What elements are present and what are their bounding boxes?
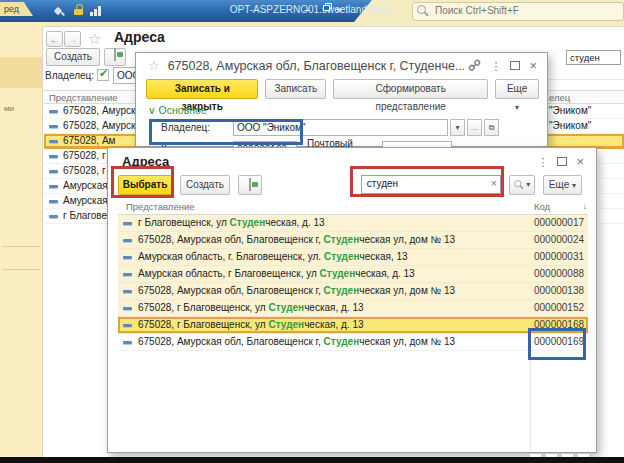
- sidebar-label: ми: [4, 104, 14, 113]
- item-dash-icon: [123, 273, 132, 276]
- copy-button[interactable]: [104, 48, 126, 66]
- row-representation: г Благовещенск, ул Студенческая, д. 13: [138, 217, 325, 228]
- table-row[interactable]: 675028, Амурская обл, Благовещенск г, Ст…: [118, 334, 588, 351]
- item-owner: "Эником": [549, 120, 591, 131]
- item-representation: 675028, Ам: [63, 135, 115, 146]
- copy-button[interactable]: [238, 175, 262, 195]
- more-menu-icon[interactable]: ⋮: [490, 61, 501, 71]
- address-select-dialog: Адреса ⋮ × Выбрать Создать × ▾ Еще ▾ Пре…: [107, 147, 597, 453]
- more-menu-icon[interactable]: ⋮: [537, 157, 548, 167]
- row-representation: 675028, Амурская обл, Благовещенск г, Ст…: [138, 234, 455, 245]
- row-representation: Амурская область, г Благовещенск, ул Сту…: [138, 268, 415, 279]
- more-button[interactable]: Еще ▾: [495, 79, 539, 99]
- save-button[interactable]: Записать: [265, 79, 326, 99]
- sidebar: ми: [0, 22, 42, 457]
- save-close-button[interactable]: Записать и закрыть: [146, 79, 258, 99]
- item-dash-icon: [123, 290, 132, 293]
- chevron-down-icon: ▾: [526, 176, 530, 194]
- owner-filter-checkbox[interactable]: ✔: [97, 69, 109, 81]
- screen: ред OPT-ASPZERNO01.sweetland.local − × м…: [0, 0, 624, 463]
- close-icon[interactable]: ×: [529, 61, 537, 71]
- sort-descending-icon[interactable]: ↓: [583, 201, 588, 211]
- favorite-star-icon[interactable]: ☆: [148, 58, 160, 73]
- table-row[interactable]: Амурская область, г. Благовещенск, ул. С…: [118, 249, 588, 266]
- search-match-highlight: Студен: [324, 285, 360, 296]
- forward-button[interactable]: →: [64, 31, 81, 47]
- item-dash-icon: [49, 215, 58, 218]
- lock-icon: [74, 4, 84, 16]
- check-icon: ✔: [99, 67, 108, 80]
- toolbar-divider: [548, 79, 624, 80]
- screenshot-bottom-edge: [0, 457, 624, 463]
- item-dash-icon: [123, 307, 132, 310]
- row-code: 000000017: [534, 217, 584, 228]
- search-box[interactable]: ×: [361, 175, 501, 194]
- row-code: 000000169: [534, 336, 584, 347]
- clear-search-icon[interactable]: ×: [491, 178, 497, 189]
- address-card-dialog: ☆ 675028, Амурская обл, Благовещенск г, …: [135, 52, 548, 147]
- create-button[interactable]: Создать: [46, 48, 100, 66]
- sidebar-divider: [2, 269, 40, 270]
- item-dash-icon: [123, 239, 132, 242]
- favorite-star-icon[interactable]: ☆: [88, 30, 101, 48]
- minimize-button[interactable]: −: [300, 3, 314, 18]
- item-dash-icon: [49, 155, 58, 158]
- row-representation: 675028, г Благовещенск, ул Студенческая,…: [138, 302, 364, 313]
- maximize-icon[interactable]: [557, 157, 567, 166]
- row-code: 000000088: [534, 268, 584, 279]
- owner-choose-button[interactable]: …: [467, 119, 482, 136]
- search-options-button[interactable]: ▾: [509, 175, 535, 195]
- owner-field[interactable]: ООО "Эником": [233, 119, 448, 136]
- row-code: 000000168: [534, 319, 584, 330]
- pin-icon[interactable]: [55, 6, 65, 16]
- close-icon[interactable]: ×: [576, 157, 584, 167]
- background-search-input[interactable]: студен: [566, 50, 621, 65]
- table-row[interactable]: г Благовещенск, ул Студенческая, д. 1300…: [118, 215, 588, 232]
- row-representation: 675028, Амурская обл, Благовещенск г, Ст…: [138, 336, 455, 347]
- link-icon[interactable]: [468, 59, 481, 72]
- restore-button[interactable]: [316, 3, 330, 18]
- table-header[interactable]: Представление Код ↓: [118, 201, 588, 215]
- item-dash-icon: [123, 222, 132, 225]
- close-button[interactable]: ×: [332, 3, 346, 18]
- table-row[interactable]: 675028, Амурская обл, Благовещенск г, Ст…: [118, 283, 588, 300]
- table-row[interactable]: 675028, г Благовещенск, ул Студенческая,…: [118, 300, 588, 317]
- row-code: 000000024: [534, 234, 584, 245]
- search-match-highlight: Студен: [268, 319, 304, 330]
- item-dash-icon: [123, 324, 132, 327]
- more-button[interactable]: Еще ▾: [543, 175, 582, 195]
- global-search[interactable]: [412, 2, 624, 21]
- search-input[interactable]: [365, 177, 487, 190]
- table-row[interactable]: 675028, г Благовещенск, ул Студенческая,…: [118, 317, 588, 334]
- address-table: Представление Код ↓ г Благовещенск, ул С…: [118, 201, 588, 452]
- column-header-owner[interactable]: елец: [549, 92, 570, 103]
- maximize-icon[interactable]: [510, 61, 520, 70]
- create-button[interactable]: Создать: [180, 175, 230, 195]
- table-row[interactable]: Амурская область, г Благовещенск, ул Сту…: [118, 266, 588, 283]
- search-match-highlight: Студен: [324, 234, 360, 245]
- item-dash-icon: [49, 125, 58, 128]
- search-icon: [417, 5, 429, 17]
- chevron-down-icon: ▾: [515, 103, 519, 112]
- table-row[interactable]: 675028, Амурская обл, Благовещенск г, Ст…: [118, 232, 588, 249]
- dialog-titlebar[interactable]: Адреса ⋮ ×: [108, 148, 596, 171]
- search-match-highlight: Студен: [268, 302, 304, 313]
- item-dash-icon: [123, 341, 132, 344]
- column-header-representation[interactable]: Представление: [49, 92, 118, 103]
- dialog-toolbar: Записать и закрыть Записать Сформировать…: [146, 79, 539, 99]
- select-button[interactable]: Выбрать: [118, 175, 172, 195]
- column-header-code[interactable]: Код: [534, 201, 550, 212]
- owner-label: Владелец:: [161, 122, 233, 133]
- dialog-titlebar[interactable]: ☆ 675028, Амурская обл, Благовещенск г, …: [136, 53, 547, 75]
- copy-icon: [249, 178, 251, 191]
- search-match-highlight: Студен: [324, 336, 360, 347]
- back-button[interactable]: ←: [46, 31, 63, 47]
- owner-open-button[interactable]: ⧉: [484, 119, 499, 136]
- sidebar-active-section[interactable]: [0, 57, 42, 88]
- owner-dropdown-button[interactable]: ▾: [450, 119, 465, 136]
- column-header-representation[interactable]: Представление: [126, 201, 195, 212]
- copy-icon: [114, 48, 116, 61]
- titlebar: ред OPT-ASPZERNO01.sweetland.local − ×: [0, 0, 624, 22]
- generate-representation-button[interactable]: Сформировать представление: [333, 79, 488, 99]
- global-search-input[interactable]: [433, 4, 617, 17]
